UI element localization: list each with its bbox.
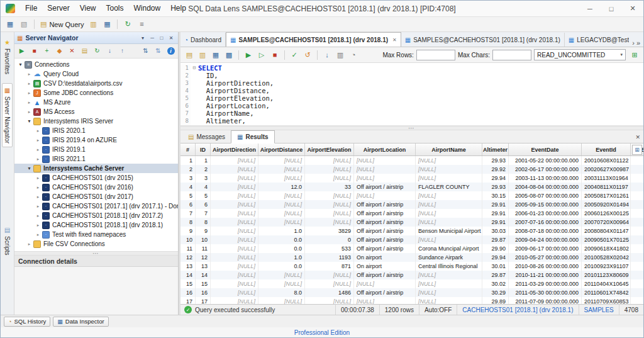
minimize-button[interactable]: ─ <box>579 1 601 16</box>
expand-icon[interactable]: ▸ <box>35 223 42 228</box>
export-connections-button[interactable]: ↑ <box>116 45 128 57</box>
column-header-altimeter[interactable]: Altimeter <box>482 144 509 155</box>
database-link[interactable]: SAMPLES <box>579 305 619 315</box>
table-row[interactable]: 1111[NULL]0.0533Off airport / airstripCo… <box>180 244 643 253</box>
sort-descending-button[interactable]: ⇅ <box>152 45 164 57</box>
column-header-airportname[interactable]: AirportName <box>416 144 482 155</box>
edit-connection-button[interactable]: ◆ <box>53 45 65 57</box>
menu-help[interactable]: Help <box>165 1 191 16</box>
column-header-airportelevation[interactable]: AirportElevation <box>305 144 354 155</box>
table-row[interactable]: 1313[NULL]0.0871On airportCentral Illino… <box>180 262 643 271</box>
tree-item-cachehosts01-2018-1-drv-2018-1[interactable]: ▸·CACHEHOSTS01 [2018.1] (drv 2018.1) <box>14 220 178 230</box>
column-header-airportdistance[interactable]: AirportDistance <box>258 144 305 155</box>
sql-history-button[interactable]: ◔ SQL History <box>4 317 50 327</box>
tab-samples-cachehosts01-2018-1-drv-2018-1-2[interactable]: ▦ SAMPLES@CACHEHOSTS01 [2018.1] (drv 201… <box>401 33 565 47</box>
close-button[interactable]: ✕ <box>622 1 643 16</box>
collapse-icon[interactable]: ▾ <box>26 166 33 171</box>
commit-button[interactable]: ✓ <box>288 48 301 61</box>
column-header-airportlocation[interactable]: AirportLocation <box>354 144 416 155</box>
stop-button[interactable]: ■ <box>269 48 281 61</box>
open-file-button[interactable]: ▥ <box>87 18 99 31</box>
tree-item-cachehosts01-drv-2015[interactable]: ▸·CACHEHOSTS01 (drv 2015) <box>14 173 178 183</box>
tree-item-iris-2019-1[interactable]: ▸·IRIS 2019.1 <box>14 145 178 154</box>
menu-server[interactable]: Server <box>42 1 74 16</box>
isolation-level-select[interactable]: READ_UNCOMMITTED ▾ <box>534 49 626 60</box>
panel-menu-icon[interactable]: ▾ <box>138 33 147 42</box>
menu-view[interactable]: View <box>75 1 101 16</box>
details-splitter[interactable]: ⋯ <box>14 251 178 256</box>
autocommit-status[interactable]: Auto:OFF <box>419 305 457 315</box>
save-all-button[interactable]: ▩ <box>223 48 235 61</box>
new-query-button[interactable]: ▤New Query <box>38 18 86 31</box>
panel-close-icon[interactable]: ✕ <box>167 33 175 42</box>
tree-item-query-cloud[interactable]: ▸☁Query Cloud <box>14 69 178 79</box>
expand-icon[interactable]: ▸ <box>26 110 33 115</box>
table-row[interactable]: 22[NULL][NULL][NULL][NULL][NULL]29.92200… <box>180 165 643 174</box>
connection-link[interactable]: CACHEHOSTS01 [2018.1] (drv 2018.1) <box>457 305 578 315</box>
connect-button[interactable]: ▦ <box>4 18 16 31</box>
panel-minimize-icon[interactable]: ─ <box>148 33 157 42</box>
save-sql-button[interactable]: ▦ <box>209 48 222 61</box>
delete-connection-button[interactable]: ✕ <box>66 45 78 57</box>
tree-item-cachehosts01-2018-1-drv-2017-2[interactable]: ▸·CACHEHOSTS01 [2018.1] (drv 2017.2) <box>14 211 178 220</box>
column-header-item[interactable]: # <box>180 144 196 155</box>
panel-float-icon[interactable]: □ <box>157 33 166 42</box>
expand-icon[interactable]: ▸ <box>26 242 33 247</box>
results-tab-results[interactable]: ▦ Results <box>231 130 275 144</box>
expand-icon[interactable]: ▸ <box>26 100 33 105</box>
collapse-icon[interactable]: ▾ <box>26 118 33 124</box>
expand-icon[interactable]: ▸ <box>26 81 33 86</box>
max-chars-input[interactable] <box>492 50 531 60</box>
close-tab-icon[interactable]: ✕ <box>392 37 397 43</box>
tab-legacydb-test-with-fixed-namepa[interactable]: ▦ LEGACYDB@Test with fixed namepa... <box>565 33 629 47</box>
expand-icon[interactable]: ▸ <box>26 91 33 96</box>
table-row[interactable]: 1010[NULL]0.00Off airport / airstrip[NUL… <box>180 235 643 244</box>
column-header-id[interactable]: ID <box>196 144 211 155</box>
disconnect-button[interactable]: ▧ <box>18 18 30 31</box>
tree-item-some-jdbc-connections[interactable]: ▸JSome JDBC connections <box>14 88 178 98</box>
execute-query-button[interactable]: ▶ <box>242 48 255 61</box>
tree-item-intersystems-cach-server[interactable]: ▾Intersystems Caché Server <box>14 164 178 173</box>
execute-script-button[interactable]: ▷ <box>255 48 268 61</box>
fold-icon[interactable]: ⊟ <box>191 64 198 72</box>
expand-icon[interactable]: ▸ <box>35 213 42 218</box>
table-row[interactable]: 55[NULL][NULL][NULL][NULL][NULL]30.15200… <box>180 191 643 200</box>
tree-item-cachehosts01-2017-1-drv-2017-1-don-t-use-sys[interactable]: ▸·CACHEHOSTS01 [2017.1] (drv 2017.1) - D… <box>14 201 178 211</box>
expand-icon[interactable]: ▸ <box>35 128 42 133</box>
table-row[interactable]: 1717[NULL][NULL][NULL][NULL][NULL]29.892… <box>180 297 643 304</box>
table-row[interactable]: 88[NULL][NULL][NULL]Off airport / airstr… <box>180 218 643 227</box>
table-row[interactable]: 99[NULL]1.03829Off airport / airstripBen… <box>180 227 643 235</box>
table-row[interactable]: 33[NULL][NULL][NULL][NULL][NULL]29.94200… <box>180 174 643 183</box>
expand-icon[interactable]: ▸ <box>35 157 42 162</box>
results-splitter[interactable]: ⋯ <box>180 126 643 130</box>
expand-icon[interactable]: ▸ <box>35 232 42 237</box>
tree-item-iris-2019-4-on-azure[interactable]: ▸·IRIS 2019.4 on AZURE <box>14 135 178 145</box>
expand-icon[interactable]: ▸ <box>35 194 42 200</box>
collapse-icon[interactable]: ▾ <box>17 62 24 67</box>
table-row[interactable]: 1616[NULL]8.01486Off airport / airstrip[… <box>180 288 643 297</box>
save-button[interactable]: ▦ <box>101 18 113 31</box>
new-sql-button[interactable]: ▤ <box>183 48 196 61</box>
menu-tools[interactable]: Tools <box>101 1 128 16</box>
table-row[interactable]: 1515[NULL][NULL][NULL][NULL][NULL]30.022… <box>180 279 643 288</box>
side-tab-scripts[interactable]: ▤ Scripts <box>2 223 13 259</box>
copy-results-button[interactable]: ▥ <box>334 48 347 61</box>
expand-icon[interactable]: ▸ <box>35 147 42 152</box>
table-row[interactable]: 1212[NULL]1.01193On airportSundance Airp… <box>180 253 643 262</box>
import-connections-button[interactable]: ↓ <box>104 45 116 57</box>
maximize-button[interactable]: □ <box>601 1 622 16</box>
tree-item-iris-2020-1[interactable]: ▸·IRIS 2020.1 <box>14 126 178 135</box>
tree-item-ms-access[interactable]: ▸AMS Access <box>14 107 178 116</box>
add-connection-button[interactable]: + <box>41 45 53 57</box>
tab-overflow-icon[interactable]: » <box>636 39 640 47</box>
max-rows-input[interactable] <box>416 50 455 60</box>
column-header-eventdate[interactable]: EventDate <box>509 144 582 155</box>
tree-item-cachehosts01-drv-2017[interactable]: ▸·CACHEHOSTS01 (drv 2017) <box>14 192 178 201</box>
table-row[interactable]: 11[NULL][NULL][NULL][NULL][NULL]29.93200… <box>180 156 643 165</box>
menu-window[interactable]: Window <box>129 1 166 16</box>
column-header-eventid[interactable]: EventId <box>582 144 631 155</box>
edition-label[interactable]: Professional Edition <box>294 329 350 336</box>
column-chooser-icon[interactable]: ⊞ <box>632 145 642 155</box>
refresh-tree-button[interactable]: ↻ <box>91 45 103 57</box>
tree-item-cachehosts01-drv-2016[interactable]: ▸·CACHEHOSTS01 (drv 2016) <box>14 183 178 192</box>
